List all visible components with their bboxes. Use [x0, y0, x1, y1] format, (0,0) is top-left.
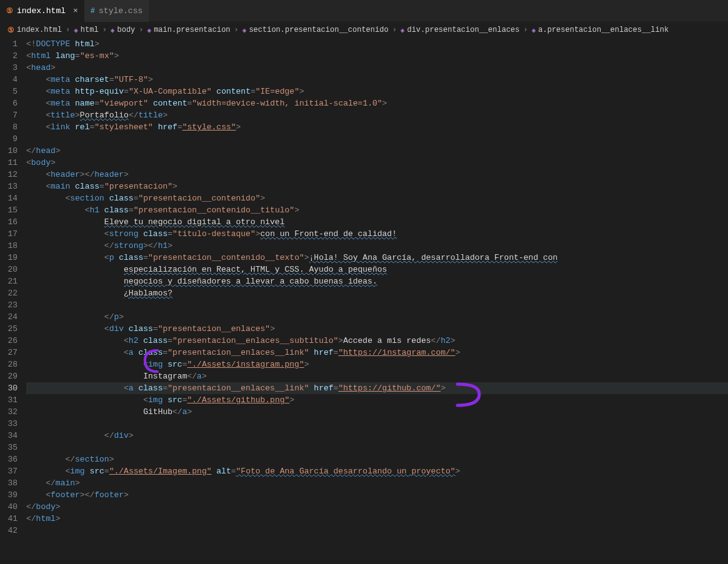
- chevron-right-icon: ›: [66, 26, 70, 34]
- tab-style-css[interactable]: # style.css: [84, 0, 149, 22]
- html-file-icon: ⑤: [7, 26, 14, 35]
- editor-area[interactable]: 1234567891011121314151617181920212223242…: [0, 38, 728, 564]
- breadcrumb-item[interactable]: ◈ body: [111, 26, 135, 34]
- symbol-icon: ◈: [242, 26, 247, 34]
- editor-tabs: ⑤ index.html × # style.css: [0, 0, 728, 22]
- breadcrumb-item[interactable]: ◈ div.presentacion__enlaces: [401, 26, 520, 34]
- code-content[interactable]: <!DOCTYPE html> <html lang="es-mx"> <hea…: [26, 38, 728, 564]
- close-icon[interactable]: ×: [73, 6, 78, 16]
- breadcrumb-item[interactable]: ◈ main.presentacion: [147, 26, 231, 34]
- line-numbers: 1234567891011121314151617181920212223242…: [0, 38, 26, 564]
- symbol-icon: ◈: [111, 26, 115, 34]
- chevron-right-icon: ›: [139, 26, 143, 34]
- chevron-right-icon: ›: [234, 26, 239, 34]
- symbol-icon: ◈: [401, 26, 405, 34]
- breadcrumb-bar: ⑤ index.html › ◈ html › ◈ body › ◈ main.…: [0, 22, 728, 38]
- symbol-icon: ◈: [532, 26, 536, 34]
- breadcrumb-item[interactable]: ◈ html: [74, 26, 98, 34]
- css-file-icon: #: [91, 7, 95, 16]
- chevron-right-icon: ›: [392, 26, 397, 34]
- symbol-icon: ◈: [147, 26, 152, 34]
- tab-index-html[interactable]: ⑤ index.html ×: [0, 0, 84, 22]
- chevron-right-icon: ›: [523, 26, 527, 34]
- symbol-icon: ◈: [74, 26, 78, 34]
- breadcrumb-item[interactable]: ⑤ index.html: [7, 26, 62, 35]
- breadcrumb-item[interactable]: ◈ section.presentacion__contenido: [242, 26, 389, 34]
- breadcrumb-item[interactable]: ◈ a.presentacion__enlaces__link: [532, 26, 669, 34]
- html-file-icon: ⑤: [6, 6, 13, 16]
- tab-label: style.css: [99, 6, 142, 16]
- tab-label: index.html: [17, 6, 66, 16]
- chevron-right-icon: ›: [102, 26, 107, 34]
